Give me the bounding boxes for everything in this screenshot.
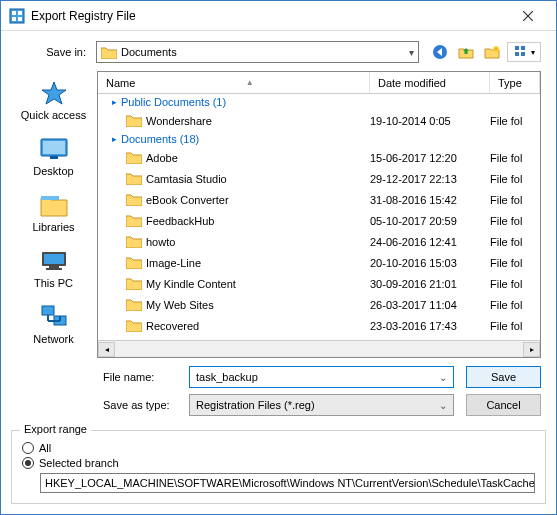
file-name-input[interactable]: task_backup ⌄: [189, 366, 454, 388]
save-type-combo[interactable]: Registration Files (*.reg) ⌄: [189, 394, 454, 416]
group-header[interactable]: ▸Documents (18): [98, 131, 540, 147]
file-name: eBook Converter: [146, 194, 370, 206]
svg-rect-1: [12, 11, 16, 15]
file-date: 24-06-2016 12:41: [370, 236, 490, 248]
radio-all[interactable]: All: [22, 442, 535, 454]
chevron-down-icon: ⌄: [439, 400, 447, 411]
place-quick-access[interactable]: Quick access: [16, 75, 91, 125]
file-date: 26-03-2017 11:04: [370, 299, 490, 311]
back-button[interactable]: [429, 42, 451, 62]
file-row[interactable]: FeedbackHub05-10-2017 20:59File fol: [98, 210, 540, 231]
file-list[interactable]: ▸Public Documents (1)Wondershare19-10-20…: [98, 94, 540, 340]
svg-rect-20: [46, 268, 62, 270]
scroll-right-icon[interactable]: ▸: [523, 342, 540, 357]
radio-selected-branch[interactable]: Selected branch: [22, 457, 535, 469]
desktop-icon: [38, 135, 70, 163]
file-type: File fol: [490, 320, 540, 332]
folder-icon: [126, 298, 142, 311]
horizontal-scrollbar[interactable]: ◂ ▸: [98, 340, 540, 357]
save-button[interactable]: Save: [466, 366, 541, 388]
bottom-inputs: File name: task_backup ⌄ Save as type: R…: [16, 366, 541, 416]
svg-rect-14: [43, 141, 65, 154]
svg-rect-9: [515, 46, 519, 50]
file-name: Adobe: [146, 152, 370, 164]
folder-icon: [126, 277, 142, 290]
place-this-pc[interactable]: This PC: [16, 243, 91, 293]
file-row[interactable]: eBook Converter31-08-2016 15:42File fol: [98, 189, 540, 210]
star-icon: [38, 79, 70, 107]
file-type: File fol: [490, 257, 540, 269]
file-date: 23-03-2016 17:43: [370, 320, 490, 332]
folder-icon: [126, 193, 142, 206]
file-type: File fol: [490, 299, 540, 311]
disclosure-triangle-icon: ▸: [112, 134, 117, 144]
file-date: 15-06-2017 12:20: [370, 152, 490, 164]
sort-asc-icon: ▲: [246, 78, 254, 87]
libraries-icon: [38, 191, 70, 219]
file-row[interactable]: My Kindle Content30-09-2016 21:01File fo…: [98, 273, 540, 294]
file-name: howto: [146, 236, 370, 248]
svg-rect-12: [521, 52, 525, 56]
new-folder-button[interactable]: [481, 42, 503, 62]
column-name[interactable]: Name▲: [98, 72, 370, 93]
group-header[interactable]: ▸Public Documents (1): [98, 94, 540, 110]
svg-rect-3: [12, 17, 16, 21]
file-name-label: File name:: [103, 371, 183, 383]
folder-icon: [126, 172, 142, 185]
radio-selected-icon: [22, 457, 34, 469]
file-row[interactable]: Adobe15-06-2017 12:20File fol: [98, 147, 540, 168]
up-one-level-button[interactable]: [455, 42, 477, 62]
file-list-pane: Name▲ Date modified Type ▸Public Documen…: [97, 71, 541, 358]
window-title: Export Registry File: [31, 9, 508, 23]
file-name: Wondershare: [146, 115, 370, 127]
file-type: File fol: [490, 215, 540, 227]
views-button[interactable]: ▾: [507, 42, 541, 62]
export-range-legend: Export range: [20, 423, 91, 435]
file-date: 29-12-2017 22:13: [370, 173, 490, 185]
file-type: File fol: [490, 152, 540, 164]
svg-rect-11: [515, 52, 519, 56]
cancel-button[interactable]: Cancel: [466, 394, 541, 416]
save-in-combo[interactable]: Documents ▾: [96, 41, 419, 63]
file-row[interactable]: My Web Sites26-03-2017 11:04File fol: [98, 294, 540, 315]
place-desktop[interactable]: Desktop: [16, 131, 91, 181]
scroll-left-icon[interactable]: ◂: [98, 342, 115, 357]
places-bar: Quick access Desktop Libraries This PC N…: [16, 71, 91, 358]
column-date[interactable]: Date modified: [370, 72, 490, 93]
export-registry-dialog: Export Registry File Save in: Documents …: [0, 0, 557, 515]
file-row[interactable]: Wondershare19-10-2014 0:05File fol: [98, 110, 540, 131]
svg-rect-18: [44, 254, 64, 264]
svg-rect-21: [42, 306, 54, 315]
place-network[interactable]: Network: [16, 299, 91, 349]
save-in-row: Save in: Documents ▾ ▾: [16, 41, 541, 63]
file-type: File fol: [490, 194, 540, 206]
column-headers: Name▲ Date modified Type: [98, 72, 540, 94]
file-row[interactable]: Recovered23-03-2016 17:43File fol: [98, 315, 540, 336]
svg-rect-2: [18, 11, 22, 15]
titlebar: Export Registry File: [1, 1, 556, 31]
regedit-icon: [9, 8, 25, 24]
file-row[interactable]: howto24-06-2016 12:41File fol: [98, 231, 540, 252]
file-row[interactable]: Camtasia Studio29-12-2017 22:13File fol: [98, 168, 540, 189]
save-in-label: Save in:: [16, 46, 86, 58]
file-type: File fol: [490, 173, 540, 185]
svg-rect-19: [49, 266, 59, 268]
folder-icon: [101, 46, 117, 59]
dialog-body: Save in: Documents ▾ ▾ Quick acc: [1, 31, 556, 426]
disclosure-triangle-icon: ▸: [112, 97, 117, 107]
file-date: 19-10-2014 0:05: [370, 115, 490, 127]
file-date: 20-10-2016 15:03: [370, 257, 490, 269]
branch-path-input[interactable]: HKEY_LOCAL_MACHINE\SOFTWARE\Microsoft\Wi…: [40, 473, 535, 493]
file-type: File fol: [490, 115, 540, 127]
pc-icon: [38, 247, 70, 275]
file-name: FeedbackHub: [146, 215, 370, 227]
close-button[interactable]: [508, 2, 548, 30]
file-name: My Kindle Content: [146, 278, 370, 290]
chevron-down-icon: ⌄: [439, 372, 447, 383]
export-range-group: Export range All Selected branch HKEY_LO…: [11, 430, 546, 504]
place-libraries[interactable]: Libraries: [16, 187, 91, 237]
column-type[interactable]: Type: [490, 72, 540, 93]
file-type: File fol: [490, 278, 540, 290]
file-row[interactable]: Image-Line20-10-2016 15:03File fol: [98, 252, 540, 273]
file-name: Camtasia Studio: [146, 173, 370, 185]
